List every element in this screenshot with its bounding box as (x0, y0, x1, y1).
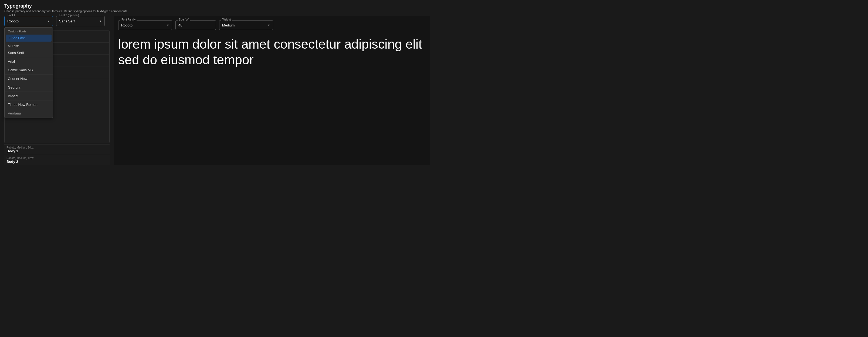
size-label: Size (px) (178, 18, 190, 21)
weight-select[interactable]: Medium ▼ (219, 20, 273, 30)
dropdown-item-arial[interactable]: Arial (5, 57, 53, 66)
font2-value: Sans Serif (59, 19, 75, 23)
font1-wrapper: Font 1 Roboto ▲ Custom Fonts + Add Font … (4, 16, 53, 26)
size-select[interactable]: 48 (176, 20, 216, 30)
size-group: Size (px) 48 (176, 20, 216, 30)
weight-chevron-icon: ▼ (268, 24, 270, 27)
body1-label: Body 1 (6, 149, 107, 153)
dropdown-item-sans-serif[interactable]: Sans Serif (5, 49, 53, 57)
dropdown-item-courier-new[interactable]: Courier New (5, 74, 53, 83)
chevron-up-icon: ▲ (47, 20, 50, 23)
weight-value: Medium (222, 23, 235, 27)
font1-value: Roboto (7, 19, 19, 23)
body2-row[interactable]: Roboto, Medium, 12px Body 2 (4, 155, 110, 165)
font2-select[interactable]: Sans Serif ▼ (56, 16, 105, 26)
font-family-group: Font Family Roboto ▼ (118, 20, 172, 30)
body2-meta: Roboto, Medium, 12px (6, 157, 107, 160)
preview-text: lorem ipsum dolor sit amet consectetur a… (118, 36, 425, 67)
font-family-chevron-icon: ▼ (166, 24, 169, 27)
page-header: Typography Choose primary and secondary … (4, 3, 430, 13)
page-title: Typography (4, 3, 430, 9)
dropdown-item-verdana[interactable]: Verdana (5, 109, 53, 118)
size-value: 48 (178, 23, 182, 27)
body2-label: Body 2 (6, 160, 107, 164)
chevron-down-icon: ▼ (99, 20, 102, 23)
dropdown-item-times-new-roman[interactable]: Times New Roman (5, 100, 53, 109)
body1-row[interactable]: Roboto, Medium, 14px Body 1 (4, 144, 110, 155)
font1-select[interactable]: Roboto ▲ (4, 16, 53, 26)
all-fonts-label: All Fonts (5, 42, 53, 49)
font-family-label: Font Family (120, 18, 136, 21)
weight-group: Weight Medium ▼ (219, 20, 273, 30)
dropdown-item-comic-sans[interactable]: Comic Sans MS (5, 66, 53, 74)
body1-meta: Roboto, Medium, 14px (6, 146, 107, 149)
weight-label: Weight (221, 18, 232, 21)
custom-fonts-label: Custom Fonts (5, 28, 53, 34)
font1-dropdown: Custom Fonts + Add Font All Fonts Sans S… (4, 27, 53, 118)
font-family-value: Roboto (121, 23, 132, 27)
font2-label: Font 2 (optional) (58, 14, 80, 17)
left-panel: Font 1 Roboto ▲ Custom Fonts + Add Font … (4, 16, 110, 165)
page-subtitle: Choose primary and secondary font famili… (4, 9, 430, 13)
right-panel: Font Family Roboto ▼ Size (px) 48 Weight (114, 16, 430, 165)
right-controls: Font Family Roboto ▼ Size (px) 48 Weight (118, 20, 425, 30)
preview-area: lorem ipsum dolor sit amet consectetur a… (118, 34, 425, 161)
add-font-button[interactable]: + Add Font (6, 35, 52, 41)
font-family-select[interactable]: Roboto ▼ (118, 20, 172, 30)
font-selectors: Font 1 Roboto ▲ Custom Fonts + Add Font … (4, 16, 110, 26)
bottom-section: Roboto, Medium, 14px Body 1 Roboto, Medi… (4, 144, 110, 165)
font1-label: Font 1 (6, 14, 16, 17)
dropdown-item-georgia[interactable]: Georgia (5, 83, 53, 92)
font2-wrapper: Font 2 (optional) Sans Serif ▼ (56, 16, 105, 26)
dropdown-item-impact[interactable]: Impact (5, 92, 53, 100)
